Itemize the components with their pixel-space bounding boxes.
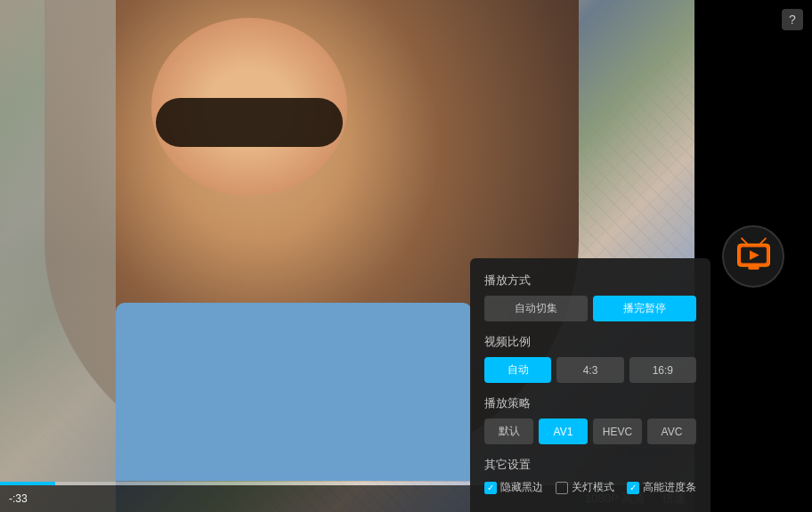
play-strategy-buttons: 默认 AV1 HEVC AVC	[484, 419, 696, 444]
aspect-ratio-section: 视频比例 自动 4:3 16:9	[484, 334, 696, 383]
playback-mode-section: 播放方式 自动切集 播完暂停	[484, 272, 696, 321]
time-display: -:33	[9, 492, 28, 505]
other-settings-section: 其它设置 ✓ 隐藏黑边 关灯模式 ✓ 高能进度条	[484, 457, 696, 495]
checkbox-hide-border-label: 隐藏黑边	[500, 480, 543, 495]
checkbox-energy-bar-label: 高能进度条	[643, 480, 696, 495]
btn-auto-ratio[interactable]: 自动	[484, 357, 551, 383]
wall-bg	[0, 0, 116, 512]
aspect-ratio-buttons: 自动 4:3 16:9	[484, 357, 696, 383]
tv-logo	[722, 225, 784, 288]
btn-default[interactable]: 默认	[484, 419, 533, 444]
checkbox-energy-bar[interactable]: ✓ 高能进度条	[627, 480, 696, 495]
svg-rect-5	[748, 266, 759, 270]
aspect-ratio-label: 视频比例	[484, 334, 696, 350]
right-sidebar: ?	[694, 0, 812, 512]
btn-hevc[interactable]: HEVC	[593, 419, 642, 444]
btn-auto-next[interactable]: 自动切集	[484, 296, 588, 321]
checkbox-hide-black-border[interactable]: ✓ 隐藏黑边	[484, 480, 543, 495]
checkbox-group: ✓ 隐藏黑边 关灯模式 ✓ 高能进度条	[484, 480, 696, 495]
help-icon[interactable]: ?	[782, 9, 803, 30]
playback-mode-buttons: 自动切集 播完暂停	[484, 296, 696, 321]
btn-16-9[interactable]: 16:9	[629, 357, 696, 383]
settings-panel: 播放方式 自动切集 播完暂停 视频比例 自动 4:3 16:9 播放策略 默认 …	[470, 258, 710, 512]
checkbox-light-off[interactable]: 关灯模式	[556, 480, 614, 495]
play-strategy-label: 播放策略	[484, 395, 696, 411]
svg-line-4	[759, 239, 765, 244]
btn-4-3[interactable]: 4:3	[556, 357, 623, 383]
svg-line-3	[742, 239, 747, 244]
other-settings-label: 其它设置	[484, 457, 696, 473]
btn-avc[interactable]: AVC	[647, 419, 696, 444]
checkbox-hide-border-box[interactable]: ✓	[484, 482, 497, 494]
btn-av1[interactable]: AV1	[539, 419, 588, 444]
checkbox-energy-bar-box[interactable]: ✓	[627, 482, 639, 494]
play-strategy-section: 播放策略 默认 AV1 HEVC AVC	[484, 395, 696, 444]
shirt	[116, 303, 472, 481]
checkbox-light-off-box[interactable]	[556, 482, 568, 494]
tv-icon	[734, 236, 774, 276]
playback-mode-label: 播放方式	[484, 272, 696, 289]
checkbox-light-off-label: 关灯模式	[572, 480, 614, 495]
btn-pause-end[interactable]: 播完暂停	[593, 296, 696, 321]
